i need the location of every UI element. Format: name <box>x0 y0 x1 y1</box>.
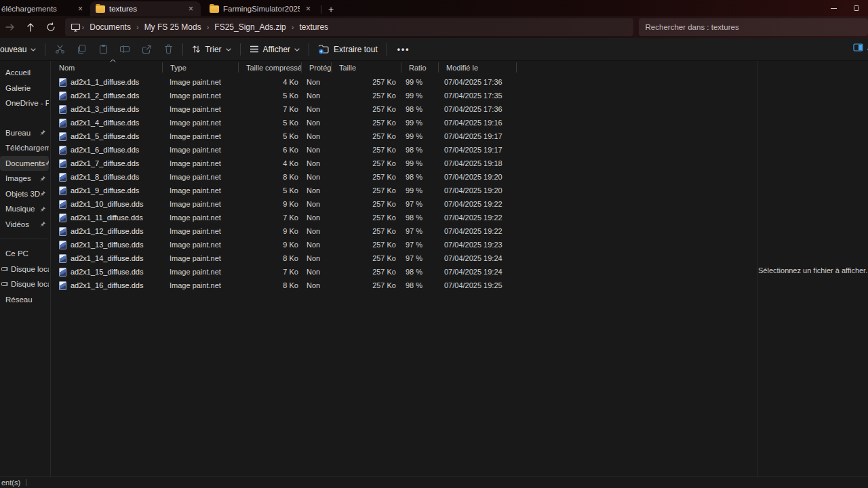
file-size: 257 Ko <box>332 241 401 249</box>
sidebar-item[interactable]: Images <box>0 171 49 186</box>
folder-icon <box>96 5 105 13</box>
cut-button[interactable] <box>49 40 71 59</box>
file-name: ad2x1_10_diffuse.dds <box>71 200 143 208</box>
view-button[interactable]: Afficher <box>244 40 305 59</box>
file-protected: Non <box>302 132 332 140</box>
new-tab-button[interactable]: + <box>324 4 338 15</box>
file-type: Image paint.net <box>163 186 239 195</box>
extract-all-button[interactable]: Extraire tout <box>313 40 383 59</box>
sidebar-item[interactable]: OneDrive - Persona <box>0 96 49 111</box>
table-row[interactable]: ad2x1_11_diffuse.dds Image paint.net 7 K… <box>52 211 757 224</box>
breadcrumb-textures[interactable]: textures <box>295 22 332 32</box>
table-row[interactable]: ad2x1_10_diffuse.dds Image paint.net 9 K… <box>52 197 757 211</box>
trash-icon <box>164 44 173 54</box>
column-header-modifie-le[interactable]: Modifié le <box>439 62 517 73</box>
forward-button[interactable] <box>0 18 20 36</box>
table-row[interactable]: ad2x1_13_diffuse.dds Image paint.net 9 K… <box>52 238 757 251</box>
table-row[interactable]: ad2x1_8_diffuse.dds Image paint.net 8 Ko… <box>52 170 757 184</box>
search-input[interactable]: Rechercher dans : textures <box>639 18 868 36</box>
tab-close-icon[interactable]: × <box>186 4 195 14</box>
up-button[interactable] <box>20 18 41 36</box>
file-type: Image paint.net <box>163 200 239 208</box>
sidebar-item[interactable]: Ce PC <box>0 246 49 262</box>
column-header-ratio[interactable]: Ratio <box>401 62 439 73</box>
dds-file-icon <box>59 281 66 290</box>
file-protected: Non <box>302 227 332 235</box>
sort-label: Trier <box>205 45 221 54</box>
table-row[interactable]: ad2x1_4_diffuse.dds Image paint.net 5 Ko… <box>52 116 757 129</box>
sidebar-item[interactable]: Disque local (C:) <box>0 262 49 277</box>
file-size: 257 Ko <box>332 254 401 262</box>
file-name: ad2x1_14_diffuse.dds <box>71 254 143 262</box>
paste-button[interactable] <box>92 40 114 59</box>
sidebar-item[interactable]: Téléchargement <box>0 140 49 156</box>
toolbar-divider <box>182 43 183 56</box>
more-options-button[interactable]: ••• <box>391 45 417 54</box>
file-size: 257 Ko <box>332 281 401 289</box>
sidebar-item[interactable]: Accueil <box>0 65 49 81</box>
sidebar-item-label: Galerie <box>5 84 31 92</box>
table-row[interactable]: ad2x1_15_diffuse.dds Image paint.net 7 K… <box>52 265 757 279</box>
address-bar[interactable]: › Documents › My FS 25 Mods › FS25_Sign_… <box>65 18 633 36</box>
table-row[interactable]: ad2x1_5_diffuse.dds Image paint.net 5 Ko… <box>52 129 757 143</box>
sort-button[interactable]: Trier <box>186 40 236 59</box>
delete-button[interactable] <box>157 40 179 59</box>
file-name: ad2x1_16_diffuse.dds <box>71 281 143 289</box>
tab-close-icon[interactable]: × <box>76 4 85 14</box>
file-type: Image paint.net <box>163 241 239 249</box>
file-modified: 07/04/2025 19:18 <box>439 159 517 167</box>
tab-telechargements[interactable]: éléchargements × <box>0 1 90 16</box>
table-row[interactable]: ad2x1_6_diffuse.dds Image paint.net 6 Ko… <box>52 143 757 157</box>
column-header-taille-compressee[interactable]: Taille compressée <box>239 62 302 73</box>
file-modified: 07/04/2025 19:20 <box>439 186 517 195</box>
table-row[interactable]: ad2x1_12_diffuse.dds Image paint.net 9 K… <box>52 224 757 238</box>
share-button[interactable] <box>136 40 157 59</box>
sidebar-item[interactable]: Vidéos <box>0 217 49 232</box>
rename-button[interactable] <box>114 40 136 59</box>
sidebar-item[interactable]: Objets 3D <box>0 186 49 202</box>
breadcrumb-my-fs-25-mods[interactable]: My FS 25 Mods <box>140 22 205 32</box>
file-size: 257 Ko <box>332 92 401 100</box>
file-modified: 07/04/2025 19:17 <box>439 132 517 140</box>
breadcrumb-documents[interactable]: Documents <box>85 22 135 32</box>
column-header-taille[interactable]: Taille <box>332 62 401 73</box>
sidebar-item[interactable]: Bureau <box>0 125 49 141</box>
table-row[interactable]: ad2x1_1_diffuse.dds Image paint.net 4 Ko… <box>52 75 757 89</box>
table-row[interactable]: ad2x1_16_diffuse.dds Image paint.net 8 K… <box>52 279 757 292</box>
sidebar-item-label: Ce PC <box>5 249 28 258</box>
table-row[interactable]: ad2x1_3_diffuse.dds Image paint.net 7 Ko… <box>52 102 757 116</box>
table-row[interactable]: ad2x1_9_diffuse.dds Image paint.net 5 Ko… <box>52 184 757 197</box>
file-size: 257 Ko <box>332 132 401 140</box>
file-protected: Non <box>302 105 332 113</box>
sidebar-separator <box>0 239 47 239</box>
sidebar-item[interactable]: Galerie <box>0 81 49 96</box>
column-header-nom[interactable]: Nom <box>52 62 163 73</box>
address-row: › Documents › My FS 25 Mods › FS25_Sign_… <box>0 16 868 38</box>
arrow-up-icon <box>26 23 35 32</box>
sort-ascending-icon <box>110 59 116 62</box>
breadcrumb-zip[interactable]: FS25_Sign_Ads.zip <box>210 22 290 32</box>
tab-close-icon[interactable]: × <box>304 4 313 14</box>
sidebar-item[interactable]: Musique <box>0 201 49 217</box>
sidebar-item[interactable]: Documents <box>0 156 49 171</box>
table-row[interactable]: ad2x1_7_diffuse.dds Image paint.net 4 Ko… <box>52 157 757 170</box>
sidebar-item[interactable]: Disque local (E:) <box>0 277 49 292</box>
file-protected: Non <box>302 92 332 100</box>
minimize-button[interactable] <box>822 0 845 16</box>
table-row[interactable]: ad2x1_2_diffuse.dds Image paint.net 5 Ko… <box>52 89 757 102</box>
table-row[interactable]: ad2x1_14_diffuse.dds Image paint.net 8 K… <box>52 251 757 265</box>
copy-button[interactable] <box>71 40 92 59</box>
sidebar-item-label: Disque local (C:) <box>11 265 49 273</box>
column-header-type[interactable]: Type <box>163 62 239 73</box>
tab-farmingsimulator2025[interactable]: FarmingSimulator2025 × <box>204 1 318 16</box>
status-divider <box>26 479 26 486</box>
file-ratio: 98 % <box>401 105 439 113</box>
refresh-button[interactable] <box>41 18 61 36</box>
restore-button[interactable] <box>845 0 868 16</box>
column-header-protege[interactable]: Protégé pa... <box>302 62 332 73</box>
new-button[interactable]: ouveau <box>0 40 41 59</box>
toolbar-divider <box>309 43 309 56</box>
tab-textures[interactable]: textures × <box>90 1 201 16</box>
sidebar-item[interactable]: Réseau <box>0 292 49 308</box>
preview-toggle-button[interactable]: Ap <box>853 43 868 52</box>
